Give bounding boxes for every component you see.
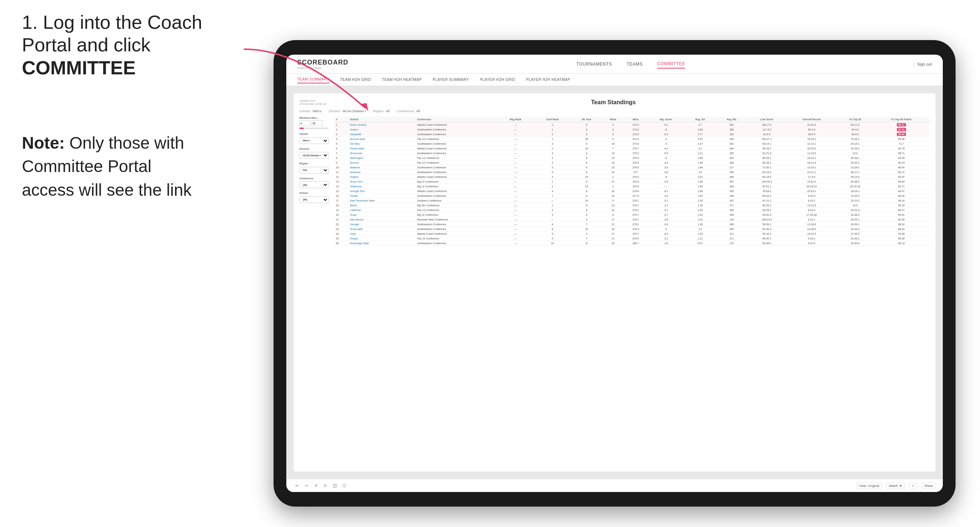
cell-points: 89.11 (873, 122, 930, 127)
cell-conference: Southeastern Conference (416, 222, 498, 227)
division-select[interactable]: NCAA Division I (299, 152, 329, 159)
school-select[interactable]: (All) (299, 197, 329, 203)
cell-avg-sg: 1.9 (684, 170, 716, 175)
tablet-screen: SCOREBOARD Powered by clippd TOURNAMENTS… (286, 55, 943, 492)
logo-text: SCOREBOARD (297, 59, 348, 66)
cell-reg-rank: — (498, 137, 534, 141)
cell-rank: 13 (334, 179, 348, 184)
cell-conf-rank: 9 (533, 227, 571, 232)
cell-school: Mississippi State (348, 241, 415, 246)
cell-no-tour: 9 (571, 122, 602, 127)
cell-rnds: 18 (602, 141, 624, 146)
min-rounds-max-input[interactable] (312, 120, 322, 126)
table-row: 3 Vanderbilt Southeastern Conference — 2… (334, 132, 930, 137)
cell-school: East Tennessee State (348, 198, 415, 203)
nav-committee[interactable]: COMMITTEE (657, 60, 685, 68)
table-body: 1 North Carolina Atlantic Coast Conferen… (334, 122, 930, 246)
cell-school: North Carolina (348, 122, 415, 127)
conference-select[interactable]: (All) (299, 181, 329, 188)
cell-no-tour: 6 (571, 141, 602, 146)
cell-rank: 15 (334, 189, 348, 194)
min-rounds-min-input[interactable] (299, 120, 310, 126)
cell-rnds: 23 (602, 170, 624, 175)
cell-conf-rank: — (533, 198, 571, 203)
col-adj-score: Adj. Score (647, 117, 684, 122)
cell-avg-sg: 2.01 (684, 175, 716, 179)
cell-vs-top25: 20-39-1 (837, 222, 873, 227)
nav-tournaments[interactable]: TOURNAMENTS (576, 60, 612, 68)
cell-rnds: 21 (602, 236, 624, 241)
sub-nav-player-h2h-grid[interactable]: PLAYER H2H GRID (480, 76, 515, 83)
cell-points: 80.71 (873, 170, 930, 175)
cell-vs-top25: 39-20-1 (837, 156, 873, 160)
sub-nav-team-h2h-grid[interactable]: TEAM H2H GRID (340, 76, 371, 83)
cell-conference: Big Ten Conference (416, 203, 498, 208)
cell-points: 80.98 (873, 137, 930, 141)
cell-wins: 276.9 (624, 184, 647, 189)
cell-school: Texas Tech (348, 179, 415, 184)
cell-conf-rank: 8 (533, 222, 571, 227)
table-row: 14 Oklahoma Big 12 Conference — 2 24 2 2… (334, 184, 930, 189)
region-select[interactable]: N/A (299, 167, 329, 173)
table-row: 21 New Mexico Mountain West Conference —… (334, 217, 930, 222)
view-original-btn[interactable]: View: Original (857, 483, 882, 489)
copy-icon[interactable]: ⎘ (322, 483, 329, 489)
cell-conf-rank: 2 (533, 132, 571, 137)
cell-adj-score: -4 (647, 137, 684, 141)
refresh-icon[interactable]: ↺ (313, 483, 319, 489)
cell-points: 80.79 (873, 146, 930, 151)
redo-icon[interactable]: ↪ (303, 483, 310, 489)
nav-teams[interactable]: TEAMS (627, 60, 643, 68)
toolbar-right: View: Original Watch ▼ ⤢ Share (857, 483, 935, 489)
cell-low-score: 117-4-0 (748, 127, 786, 132)
undo-icon[interactable]: ↩ (294, 483, 300, 489)
cell-avg-rd: 262 (716, 122, 748, 127)
cell-conference: Southeastern Conference (416, 141, 498, 146)
cell-conference: Pac-12 Conference (416, 137, 498, 141)
cell-vs-top25: 37-30-0 (837, 232, 873, 236)
sub-nav-player-h2h-heatmap[interactable]: PLAYER H2H HEATMAP (526, 76, 570, 83)
cell-school: Oregon (348, 236, 415, 241)
cell-rank: 20 (334, 213, 348, 217)
cell-rank: 1 (334, 122, 348, 127)
cell-avg-sg: 2.7 (684, 122, 716, 127)
cell-overall: 12-13-0 (786, 203, 837, 208)
gender-select[interactable]: Men's (299, 137, 329, 144)
cell-conf-rank: 3 (533, 160, 571, 165)
cell-conf-rank: 1 (533, 122, 571, 127)
cell-reg-rank: — (498, 151, 534, 156)
cell-conf-rank: 2 (533, 184, 571, 189)
info-icon[interactable]: ⓘ (341, 483, 348, 489)
cell-low-score: 80-25-2 (748, 194, 786, 198)
sub-nav-player-summary[interactable]: PLAYER SUMMARY (433, 76, 469, 83)
cell-points: 80.98 (873, 217, 930, 222)
cell-points: 88.42 (873, 227, 930, 232)
cell-conference: Atlantic Coast Conference (416, 189, 498, 194)
cell-wins: 273.6 (624, 132, 647, 137)
share-btn[interactable]: Share (922, 483, 935, 489)
cell-vs-top25: 38-17-1 (837, 170, 873, 175)
sub-nav-team-h2h-heatmap[interactable]: TEAM H2H HEATMAP (382, 76, 422, 83)
cell-vs-top25: 13-0 (837, 151, 873, 156)
cell-no-tour: 24 (571, 175, 602, 179)
watch-btn[interactable]: Watch ▼ (886, 483, 905, 489)
cell-conference: Pac-12 Conference (416, 208, 498, 213)
cell-avg-rd: 217 (716, 165, 748, 170)
cell-points: 80.67 (873, 175, 930, 179)
sub-nav-team-summary[interactable]: TEAM SUMMARY (297, 76, 329, 83)
cell-no-tour: 8 (571, 208, 602, 213)
filter-school-group: School (All) (299, 192, 329, 203)
fullscreen-btn[interactable]: ⤢ (909, 483, 917, 489)
cell-avg-rd: 266 (716, 222, 748, 227)
cell-reg-rank: — (498, 213, 534, 217)
sign-out[interactable]: Sign out (917, 62, 932, 66)
cell-low-score: 92-40-3 (748, 227, 786, 232)
cell-school: Florida (348, 194, 415, 198)
cell-school: Duke (348, 232, 415, 236)
cell-school: Florida State (348, 146, 415, 151)
cell-conference: Southeastern Conference (416, 194, 498, 198)
cell-points: 71.7 (873, 141, 930, 146)
filter-min-rounds: Minimum Rou... (299, 117, 329, 129)
paste-icon[interactable]: 📋 (331, 483, 338, 489)
cell-conference: Atlantic Coast Conference (416, 175, 498, 179)
